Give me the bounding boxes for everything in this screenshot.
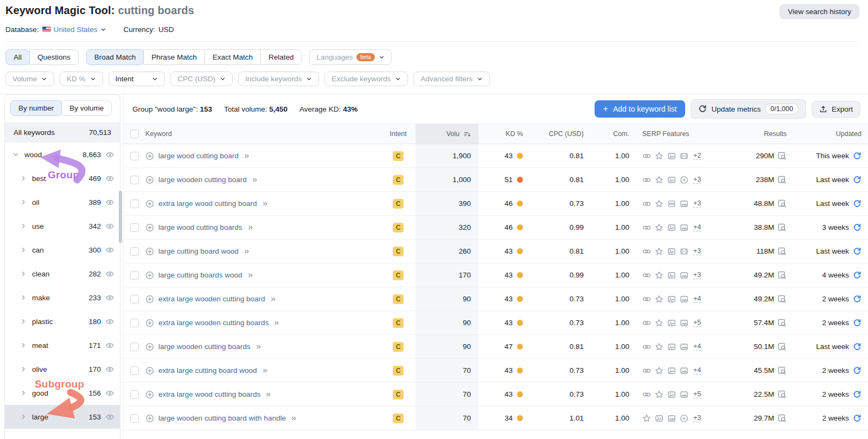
sidebar-group-can[interactable]: can300 bbox=[5, 238, 120, 262]
add-keyword-icon[interactable] bbox=[145, 390, 154, 399]
add-keyword-icon[interactable] bbox=[145, 366, 154, 375]
serp-snapshot-icon[interactable] bbox=[777, 247, 787, 256]
sidebar-group-oil[interactable]: oil389 bbox=[5, 190, 120, 214]
serp-snapshot-icon[interactable] bbox=[777, 199, 787, 208]
serp-more-count[interactable]: +5 bbox=[693, 319, 701, 327]
sidebar-group-best[interactable]: best469 bbox=[5, 166, 120, 190]
serp-snapshot-icon[interactable] bbox=[777, 270, 787, 280]
serp-more-count[interactable]: +3 bbox=[693, 176, 701, 184]
col-kd[interactable]: KD % bbox=[506, 130, 523, 138]
expand-keyword-icon[interactable] bbox=[251, 177, 259, 183]
filter-exclude-keywords[interactable]: Exclude keywords bbox=[324, 72, 408, 86]
chevron-right-icon[interactable] bbox=[20, 269, 29, 278]
row-checkbox[interactable] bbox=[130, 366, 139, 375]
eye-icon[interactable] bbox=[105, 222, 114, 231]
sidebar-scrollbar[interactable] bbox=[119, 191, 122, 243]
serp-snapshot-icon[interactable] bbox=[777, 342, 787, 351]
serp-snapshot-icon[interactable] bbox=[777, 390, 787, 399]
refresh-icon[interactable] bbox=[853, 295, 861, 304]
sidebar-toggle-by-volume[interactable]: By volume bbox=[61, 100, 112, 116]
row-checkbox[interactable] bbox=[130, 176, 139, 184]
sidebar-group-use[interactable]: use342 bbox=[5, 214, 120, 238]
col-results[interactable]: Results bbox=[764, 130, 787, 138]
filter-kd-[interactable]: KD % bbox=[60, 72, 103, 86]
keyword-link[interactable]: large wooden cutting board bbox=[158, 176, 247, 184]
serp-snapshot-icon[interactable] bbox=[777, 366, 787, 375]
refresh-icon[interactable] bbox=[853, 247, 861, 256]
keyword-link[interactable]: large wood cutting boards bbox=[158, 223, 242, 231]
export-button[interactable]: Export bbox=[812, 101, 860, 118]
add-to-keyword-list-button[interactable]: + Add to keyword list bbox=[595, 100, 686, 118]
add-keyword-icon[interactable] bbox=[145, 152, 154, 160]
add-keyword-icon[interactable] bbox=[145, 271, 154, 280]
sidebar-group-meat[interactable]: meat171 bbox=[5, 333, 120, 357]
refresh-icon[interactable] bbox=[853, 271, 861, 280]
col-updated[interactable]: Updated bbox=[836, 130, 861, 138]
keyword-link[interactable]: large wooden cutting board with handle bbox=[158, 414, 286, 422]
eye-icon[interactable] bbox=[105, 341, 114, 350]
chevron-right-icon[interactable] bbox=[20, 293, 29, 302]
refresh-icon[interactable] bbox=[853, 152, 861, 160]
row-checkbox[interactable] bbox=[130, 271, 139, 280]
chevron-right-icon[interactable] bbox=[20, 389, 29, 397]
eye-icon[interactable] bbox=[105, 269, 114, 279]
serp-snapshot-icon[interactable] bbox=[777, 175, 787, 184]
expand-keyword-icon[interactable] bbox=[290, 415, 298, 422]
row-checkbox[interactable] bbox=[130, 199, 139, 208]
serp-more-count[interactable]: +5 bbox=[693, 390, 701, 398]
eye-icon[interactable] bbox=[105, 412, 114, 422]
sidebar-group-wood[interactable]: wood8,663 bbox=[5, 143, 120, 166]
chevron-right-icon[interactable] bbox=[20, 174, 29, 183]
add-keyword-icon[interactable] bbox=[145, 414, 154, 423]
sidebar-group-good[interactable]: good156 bbox=[5, 381, 120, 405]
refresh-icon[interactable] bbox=[853, 390, 861, 399]
eye-icon[interactable] bbox=[105, 174, 114, 183]
filter-intent[interactable]: Intent bbox=[108, 72, 165, 86]
row-checkbox[interactable] bbox=[130, 319, 139, 327]
serp-more-count[interactable]: +4 bbox=[693, 343, 701, 351]
keyword-link[interactable]: extra large wood cutting boards bbox=[158, 390, 260, 398]
serp-more-count[interactable]: +4 bbox=[693, 295, 701, 303]
sidebar-group-olive[interactable]: olive170 bbox=[5, 357, 120, 381]
chevron-down-icon[interactable] bbox=[12, 150, 21, 159]
col-intent[interactable]: Intent bbox=[390, 130, 406, 138]
keyword-link[interactable]: extra large cutting board wood bbox=[158, 366, 257, 375]
eye-icon[interactable] bbox=[105, 365, 114, 374]
tab-exact-match[interactable]: Exact Match bbox=[205, 49, 261, 65]
tab-related[interactable]: Related bbox=[260, 49, 302, 65]
serp-more-count[interactable]: +3 bbox=[693, 414, 701, 422]
row-checkbox[interactable] bbox=[130, 247, 139, 256]
add-keyword-icon[interactable] bbox=[145, 247, 154, 256]
row-checkbox[interactable] bbox=[130, 295, 139, 304]
col-com[interactable]: Com. bbox=[613, 130, 629, 138]
refresh-icon[interactable] bbox=[853, 176, 861, 184]
keyword-link[interactable]: extra large wood cutting board bbox=[158, 199, 257, 208]
serp-snapshot-icon[interactable] bbox=[777, 151, 787, 160]
serp-snapshot-icon[interactable] bbox=[777, 223, 787, 232]
eye-icon[interactable] bbox=[105, 389, 114, 398]
col-cpc[interactable]: CPC (USD) bbox=[548, 130, 584, 138]
add-keyword-icon[interactable] bbox=[145, 295, 154, 304]
refresh-icon[interactable] bbox=[853, 319, 861, 327]
refresh-icon[interactable] bbox=[853, 414, 861, 423]
refresh-icon[interactable] bbox=[853, 199, 861, 208]
chevron-right-icon[interactable] bbox=[20, 198, 29, 206]
tab-all[interactable]: All bbox=[5, 49, 30, 65]
serp-more-count[interactable]: +4 bbox=[693, 223, 701, 231]
sidebar-group-plastic[interactable]: plastic180 bbox=[5, 309, 120, 333]
expand-keyword-icon[interactable] bbox=[273, 320, 280, 326]
add-keyword-icon[interactable] bbox=[145, 343, 154, 351]
row-checkbox[interactable] bbox=[130, 152, 139, 160]
serp-more-count[interactable]: +2 bbox=[693, 152, 701, 160]
filter-volume[interactable]: Volume bbox=[5, 72, 54, 86]
eye-icon[interactable] bbox=[105, 246, 114, 255]
serp-more-count[interactable]: +4 bbox=[693, 366, 701, 375]
keyword-link[interactable]: extra large wooden cutting board bbox=[158, 295, 265, 303]
chevron-right-icon[interactable] bbox=[20, 412, 29, 421]
sidebar-toggle-by-number[interactable]: By number bbox=[10, 100, 62, 116]
serp-snapshot-icon[interactable] bbox=[777, 414, 787, 423]
all-keywords-row[interactable]: All keywords 70,513 bbox=[5, 122, 120, 143]
update-metrics-button[interactable]: Update metrics 0/1,000 bbox=[691, 99, 806, 119]
view-search-history-button[interactable]: View search history bbox=[780, 4, 859, 19]
sidebar-group-clean[interactable]: clean282 bbox=[5, 262, 120, 286]
